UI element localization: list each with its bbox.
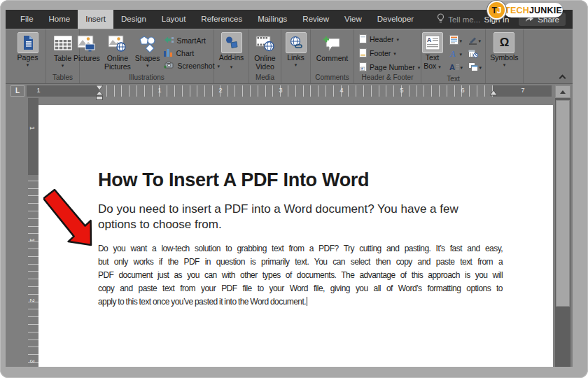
svg-text:A: A	[449, 49, 456, 58]
techjunkie-logo: TECHJUNKIE TJ	[487, 1, 566, 20]
links-icon	[286, 32, 307, 53]
techjunkie-wordmark: TECHJUNKIE	[504, 3, 563, 18]
tab-view[interactable]: View	[337, 10, 370, 29]
ruler-number: 5	[400, 87, 403, 94]
dropdown-icon: ▾	[460, 38, 463, 43]
ruler-number: 2	[218, 87, 222, 94]
scrollbar-thumb[interactable]	[556, 100, 570, 307]
body-line: PDF document just as you can with other …	[98, 269, 503, 282]
vertical-ruler[interactable]: 1 1 2 3	[28, 98, 38, 367]
pages-icon	[18, 32, 38, 53]
footer-button[interactable]: Footer ▾	[359, 48, 396, 59]
addins-label: Add-ins ▾	[219, 54, 244, 70]
ruler-number: 2	[29, 298, 36, 302]
chart-label: Chart	[176, 49, 194, 57]
signature-line-button[interactable]: ▾	[468, 34, 487, 48]
page-number-label: Page Number	[370, 63, 415, 71]
omega-symbol-icon: Ω	[493, 32, 514, 53]
screenshot-icon	[164, 61, 174, 71]
date-time-icon	[468, 48, 478, 61]
body-line: apply to this text once you’ve pasted it…	[98, 295, 503, 309]
dropdown-icon: ▾	[438, 64, 441, 69]
tab-review[interactable]: Review	[295, 10, 337, 29]
comment-button[interactable]: Comment	[316, 32, 349, 73]
tab-selector-button[interactable]: L	[10, 85, 24, 97]
online-pictures-icon	[108, 32, 127, 55]
tab-file[interactable]: File	[13, 10, 41, 29]
ribbon-group-comments: Comment Comments	[311, 29, 354, 83]
group-label-comments: Comments	[311, 73, 354, 83]
tab-design[interactable]: Design	[113, 10, 154, 29]
pages-button[interactable]: Pages ▾	[18, 32, 38, 73]
tab-mailings[interactable]: Mailings	[250, 10, 295, 29]
text-cursor	[307, 297, 307, 306]
page-number-button[interactable]: # Page Number ▾	[359, 62, 420, 73]
smartart-button[interactable]: SmartArt	[164, 36, 205, 46]
ribbon-group-illustrations: Pictures Online Pictures Shapes ▾	[80, 29, 214, 83]
tab-developer[interactable]: Developer	[370, 10, 421, 29]
header-button[interactable]: Header ▾	[359, 34, 399, 45]
tab-layout[interactable]: Layout	[154, 10, 194, 29]
addins-button[interactable]: Add-ins ▾	[219, 32, 244, 73]
links-button[interactable]: Links ▾	[286, 32, 307, 73]
smartart-icon	[164, 36, 174, 46]
dropdown-icon: ▾	[295, 62, 298, 67]
doc-heading: How To Insert A PDF Into Word	[98, 169, 369, 191]
group-label-text: Text	[421, 74, 485, 84]
horizontal-ruler[interactable]: 1 1 2 3 4 5 6 7	[27, 85, 552, 97]
header-icon	[359, 34, 367, 45]
ruler-number: 1	[158, 87, 161, 94]
tell-me-box[interactable]: Tell me...	[437, 10, 480, 29]
screenshot-button[interactable]: Screenshot ▾	[164, 61, 220, 71]
tab-references[interactable]: References	[193, 10, 250, 29]
ribbon-group-header-footer: Header ▾ Footer ▾ # Page Nu	[354, 29, 421, 83]
screenshot-label: Screenshot	[177, 62, 214, 70]
ruler-number: 3	[29, 359, 36, 363]
text-box-button[interactable]: A Text Box ▾	[420, 32, 445, 74]
smartart-label: SmartArt	[176, 36, 205, 45]
word-application: File Home Insert Design Layout Reference…	[6, 10, 573, 367]
ribbon-group-addins: Add-ins ▾	[214, 29, 249, 83]
vertical-scrollbar[interactable]	[555, 98, 570, 367]
object-button[interactable]: ▾	[468, 61, 487, 74]
group-label-addins	[214, 73, 248, 83]
ruler-number: 6	[461, 87, 464, 94]
ribbon-group-text: A Text Box ▾ ▾	[421, 29, 486, 83]
text-box-label: Text Box ▾	[420, 54, 445, 70]
chart-button[interactable]: Chart	[164, 48, 194, 58]
table-button[interactable]: Table ▾	[54, 32, 72, 73]
symbols-button[interactable]: Ω Symbols ▾	[490, 32, 518, 73]
text-box-icon: A	[422, 32, 443, 53]
dropdown-icon: ▾	[230, 64, 233, 69]
online-pictures-button[interactable]: Online Pictures	[102, 32, 134, 73]
ribbon-group-pages: Pages ▾	[10, 29, 46, 83]
online-video-button[interactable]: Online Video	[249, 32, 281, 73]
wordart-button[interactable]: A ▾	[449, 48, 468, 61]
footer-icon	[359, 48, 367, 59]
drop-cap-button[interactable]: A ▾	[449, 61, 468, 74]
pictures-label: Pictures	[74, 55, 100, 63]
quick-parts-icon	[449, 35, 458, 48]
pictures-button[interactable]: Pictures	[74, 32, 100, 73]
object-icon	[468, 62, 478, 74]
shapes-label: Shapes	[135, 55, 160, 63]
online-video-icon	[255, 32, 274, 55]
tab-insert[interactable]: Insert	[78, 10, 113, 29]
right-indent-marker[interactable]	[489, 90, 498, 97]
ribbon-group-symbols: Ω Symbols ▾	[486, 29, 524, 83]
tab-home[interactable]: Home	[41, 10, 78, 29]
collapse-ribbon-icon	[559, 75, 566, 82]
group-label-header-footer: Header & Footer	[354, 73, 421, 83]
ribbon-group-media: Online Video Media	[249, 29, 281, 83]
date-time-button[interactable]	[468, 48, 487, 61]
dropdown-icon: ▾	[503, 62, 506, 67]
ruler-number: 3	[279, 87, 282, 94]
scroll-up-button[interactable]	[555, 85, 570, 98]
quick-parts-button[interactable]: ▾	[449, 34, 468, 48]
dropdown-icon: ▾	[393, 51, 396, 56]
collapse-ribbon-button[interactable]	[559, 74, 567, 80]
shapes-button[interactable]: Shapes ▾	[135, 32, 160, 73]
hanging-indent-marker[interactable]	[95, 91, 104, 101]
first-line-indent-marker[interactable]	[95, 85, 104, 91]
document-page[interactable]: How To Insert A PDF Into Word Do you nee…	[38, 105, 553, 367]
